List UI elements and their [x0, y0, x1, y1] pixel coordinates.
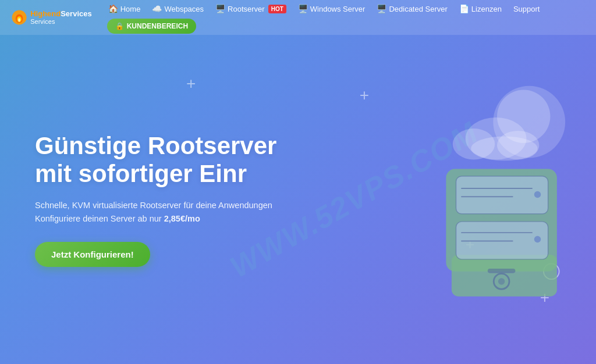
windows-icon: 🖥️	[298, 4, 308, 13]
nav-rootserver[interactable]: 🖥️ Rootserver HOT	[211, 1, 291, 16]
svg-point-17	[534, 191, 541, 198]
svg-point-24	[498, 278, 505, 284]
server-illustration: +	[375, 83, 573, 316]
svg-point-3	[18, 18, 20, 22]
svg-point-21	[534, 236, 541, 242]
navbar: HighendServices Services 🏠 Home ☁️ Websp…	[0, 0, 596, 35]
home-icon: 🏠	[108, 4, 118, 13]
server-icon: 🖥️	[215, 4, 225, 13]
nav-webspaces[interactable]: ☁️ Webspaces	[147, 1, 208, 16]
nav-dedicated-server[interactable]: 🖥️ Dedicated Server	[372, 1, 452, 16]
nav-links: 🏠 Home ☁️ Webspaces 🖥️ Rootserver HOT 🖥️…	[104, 1, 584, 34]
nav-windows-server[interactable]: 🖥️ Windows Server	[293, 1, 370, 16]
logo[interactable]: HighendServices Services	[12, 5, 92, 30]
server-svg: +	[375, 83, 573, 316]
svg-rect-22	[488, 269, 516, 273]
nav-lizenzen[interactable]: 📄 Lizenzen	[455, 1, 506, 16]
svg-point-11	[471, 136, 537, 160]
nav-home[interactable]: 🏠 Home	[104, 1, 146, 16]
logo-brand: HighendServices	[30, 10, 92, 18]
hot-badge: HOT	[268, 5, 286, 13]
logo-text: HighendServices Services	[30, 10, 92, 25]
hero-content: Günstige Rootserver mit sofortiger Einr …	[35, 132, 338, 267]
hero-title: Günstige Rootserver mit sofortiger Einr	[35, 132, 338, 188]
hero-subtitle: Schnelle, KVM virtualisierte Rootserver …	[35, 199, 338, 226]
cloud-icon: ☁️	[152, 4, 162, 13]
lock-icon: 🔒	[115, 22, 124, 30]
cta-button[interactable]: Jetzt Konfigurieren!	[35, 242, 150, 267]
logo-tagline: Services	[30, 18, 92, 25]
hero-section: WWW.52VPS.COM + + + Günstige Rootserver …	[0, 35, 596, 364]
kundenbereich-button[interactable]: 🔒 KUNDENBEREICH	[107, 19, 196, 34]
deco-plus-3: +	[186, 76, 196, 92]
license-icon: 📄	[459, 4, 469, 13]
dedicated-icon: 🖥️	[377, 4, 386, 13]
nav-support[interactable]: Support	[509, 2, 545, 16]
deco-plus-1: +	[360, 87, 369, 104]
